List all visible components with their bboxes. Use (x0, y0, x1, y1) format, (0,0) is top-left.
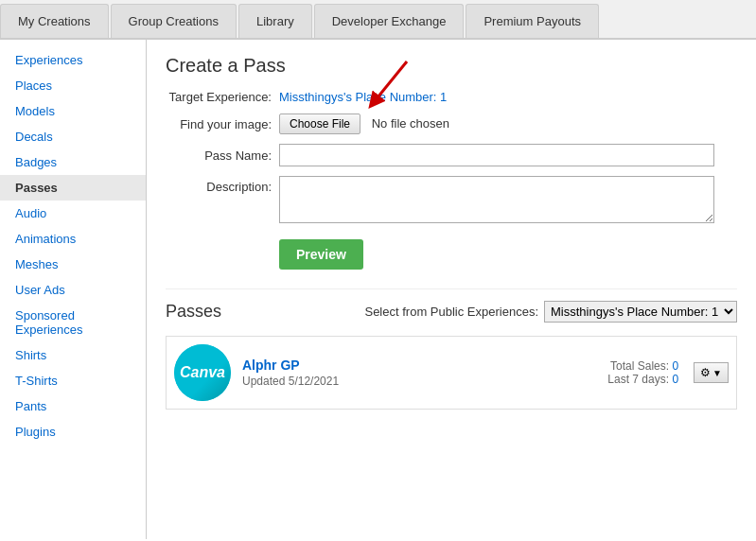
pass-name-input[interactable] (279, 144, 714, 166)
passes-section: Passes Select from Public Experiences: M… (166, 301, 737, 410)
pass-thumbnail-inner: Canva (174, 344, 231, 401)
pass-name-link[interactable]: Alphr GP (242, 358, 607, 373)
pass-list-item: Canva Alphr GP Updated 5/12/2021 Total S… (166, 336, 737, 410)
create-pass-title: Create a Pass (166, 55, 737, 77)
select-public-container: Select from Public Experiences: Missthin… (364, 301, 737, 323)
pass-stats: Total Sales: 0 Last 7 days: 0 (607, 359, 678, 386)
target-experience-value: Missthingys's Place Number: 1 (279, 90, 737, 104)
last7-label: Last 7 days: (607, 373, 669, 386)
last7-value: 0 (672, 373, 678, 386)
pass-total-sales: Total Sales: 0 (607, 359, 678, 373)
pass-updated-date: Updated 5/12/2021 (242, 375, 607, 388)
dropdown-arrow-icon: ▼ (712, 368, 722, 378)
pass-gear-button[interactable]: ⚙ ▼ (694, 362, 729, 383)
pass-name-label: Pass Name: (166, 148, 279, 163)
select-public-label: Select from Public Experiences: (364, 305, 538, 319)
sidebar-item-meshes[interactable]: Meshes (0, 252, 146, 277)
target-experience-label: Target Experience: (166, 90, 279, 104)
passes-section-title: Passes (166, 302, 221, 322)
sidebar-item-decals[interactable]: Decals (0, 124, 146, 149)
top-tabs-bar: My Creations Group Creations Library Dev… (0, 0, 756, 40)
passes-header: Passes Select from Public Experiences: M… (166, 301, 737, 323)
description-textarea[interactable] (279, 176, 714, 223)
choose-file-button[interactable]: Choose File (279, 113, 360, 134)
find-image-value: Choose File No file chosen (279, 113, 737, 134)
sidebar-item-sponsored-experiences[interactable]: Sponsored Experiences (0, 303, 146, 342)
tab-premium-payouts[interactable]: Premium Payouts (466, 4, 599, 38)
gear-icon: ⚙ (700, 366, 711, 379)
main-content: Create a Pass Target Experience: Missthi… (147, 40, 756, 539)
find-image-row: Find your image: Choose File No file cho… (166, 113, 737, 134)
sidebar-item-user-ads[interactable]: User Ads (0, 277, 146, 303)
pass-name-row: Pass Name: (166, 144, 737, 166)
sidebar-item-models[interactable]: Models (0, 98, 146, 124)
create-pass-section: Create a Pass Target Experience: Missthi… (166, 55, 737, 288)
description-row: Description: (166, 176, 737, 226)
sidebar-item-experiences[interactable]: Experiences (0, 47, 146, 73)
sidebar-item-plugins[interactable]: Plugins (0, 419, 146, 445)
thumbnail-text: Canva (180, 364, 225, 381)
total-sales-label: Total Sales: (610, 359, 669, 373)
tab-my-creations[interactable]: My Creations (0, 4, 109, 38)
pass-info: Alphr GP Updated 5/12/2021 (242, 358, 607, 388)
description-value (279, 176, 737, 226)
sidebar-item-passes[interactable]: Passes (0, 175, 146, 201)
preview-button[interactable]: Preview (279, 239, 363, 270)
sidebar-item-badges[interactable]: Badges (0, 149, 146, 175)
select-public-dropdown[interactable]: Missthingys's Place Number: 1 (544, 301, 737, 323)
sidebar-item-t-shirts[interactable]: T-Shirts (0, 368, 146, 393)
section-divider (166, 288, 737, 289)
pass-thumbnail: Canva (174, 344, 231, 401)
sidebar-item-pants[interactable]: Pants (0, 393, 146, 419)
tab-library[interactable]: Library (238, 4, 312, 38)
pass-name-value (279, 144, 737, 166)
sidebar-item-animations[interactable]: Animations (0, 226, 146, 252)
target-experience-row: Target Experience: Missthingys's Place N… (166, 90, 737, 104)
pass-actions: ⚙ ▼ (694, 362, 729, 383)
description-label: Description: (166, 176, 279, 194)
tab-group-creations[interactable]: Group Creations (111, 4, 237, 38)
preview-row: Preview (166, 236, 737, 288)
sidebar: Experiences Places Models Decals Badges … (0, 40, 147, 539)
sidebar-item-shirts[interactable]: Shirts (0, 342, 146, 368)
find-image-label: Find your image: (166, 117, 279, 131)
sidebar-item-places[interactable]: Places (0, 73, 146, 98)
pass-last7: Last 7 days: 0 (607, 373, 678, 386)
target-experience-link[interactable]: Missthingys's Place Number: 1 (279, 90, 447, 104)
total-sales-value: 0 (672, 359, 678, 373)
sidebar-item-audio[interactable]: Audio (0, 201, 146, 226)
no-file-text: No file chosen (372, 116, 449, 131)
tab-developer-exchange[interactable]: Developer Exchange (314, 4, 465, 38)
